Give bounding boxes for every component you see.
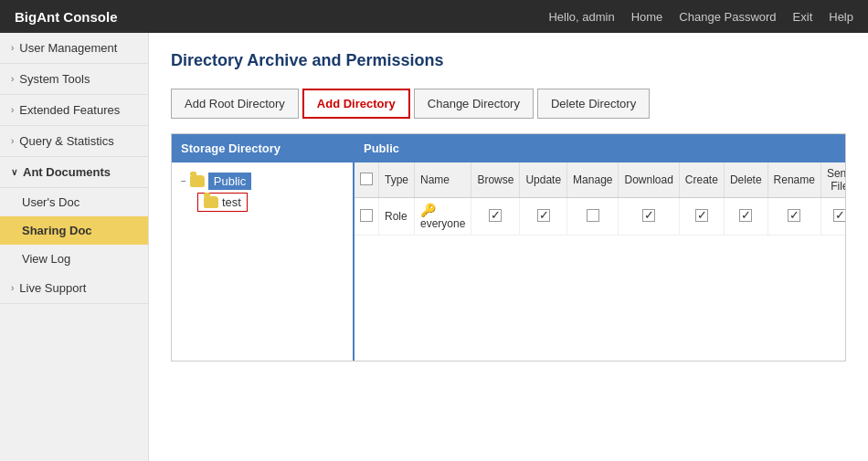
toolbar: Add Root Directory Add Directory Change … <box>171 89 846 119</box>
page-title: Directory Archive and Permissions <box>171 51 846 70</box>
update-checkbox[interactable] <box>537 209 550 222</box>
chevron-icon: › <box>11 283 14 293</box>
sidebar-item-live-support[interactable]: › Live Support <box>0 273 148 304</box>
sidebar-label-sharing-doc: Sharing Doc <box>22 224 92 237</box>
create-checkbox[interactable] <box>695 209 708 222</box>
sidebar: › User Management › System Tools › Exten… <box>0 33 149 461</box>
sidebar-subitem-sharing-doc[interactable]: Sharing Doc <box>0 216 148 245</box>
tree-root-item[interactable]: − Public <box>179 170 345 193</box>
key-icon: 🔑 <box>420 203 436 217</box>
chevron-icon: › <box>11 136 14 146</box>
permissions-panel: Public Type Name Browse Update Manage Do… <box>355 134 845 361</box>
col-rename-header: Rename <box>767 162 820 198</box>
col-select-all <box>355 162 379 198</box>
sidebar-label-system-tools: System Tools <box>19 72 90 86</box>
nav-change-password[interactable]: Change Password <box>679 10 776 24</box>
sidebar-label-user-management: User Management <box>19 41 117 55</box>
send-file-checkbox[interactable] <box>833 209 845 222</box>
hello-text: Hello, admin <box>548 10 614 24</box>
sidebar-subitem-users-doc[interactable]: User's Doc <box>0 188 148 216</box>
row-update-cell <box>520 198 567 236</box>
storage-panel: Storage Directory − Public test <box>172 134 355 361</box>
select-all-checkbox[interactable] <box>360 173 373 185</box>
nav-home[interactable]: Home <box>631 10 663 24</box>
table-row: Role 🔑 everyone <box>355 198 845 236</box>
add-directory-button[interactable]: Add Directory <box>302 89 410 119</box>
sidebar-label-ant-documents: Ant Documents <box>23 165 111 179</box>
row-browse-cell <box>471 198 520 236</box>
storage-panel-header: Storage Directory <box>172 134 353 162</box>
sidebar-subitem-view-log[interactable]: View Log <box>0 245 148 273</box>
sidebar-item-extended-features[interactable]: › Extended Features <box>0 95 148 126</box>
change-directory-button[interactable]: Change Directory <box>414 89 534 119</box>
col-type-header: Type <box>379 162 415 198</box>
col-update-header: Update <box>520 162 567 198</box>
delete-checkbox[interactable] <box>739 209 752 222</box>
folder-icon <box>204 196 218 208</box>
row-checkbox[interactable] <box>360 209 373 222</box>
row-name-label: everyone <box>420 217 465 230</box>
sidebar-item-user-management[interactable]: › User Management <box>0 33 148 64</box>
row-download-cell <box>619 198 679 236</box>
tree-child-test[interactable]: test <box>197 193 248 212</box>
sidebar-label-query-statistics: Query & Statistics <box>19 134 113 148</box>
sidebar-label-view-log: View Log <box>22 252 70 266</box>
main-content: Directory Archive and Permissions Add Ro… <box>149 33 868 461</box>
col-name-header: Name <box>415 162 471 198</box>
row-type-cell: Role <box>379 198 415 236</box>
browse-checkbox[interactable] <box>489 209 502 222</box>
tree-child-label: test <box>222 195 241 209</box>
col-create-header: Create <box>679 162 724 198</box>
chevron-icon: ∨ <box>11 167 17 177</box>
col-delete-header: Delete <box>724 162 767 198</box>
storage-tree: − Public test <box>172 162 353 219</box>
chevron-icon: › <box>11 105 14 115</box>
top-bar: BigAnt Console Hello, admin Home Change … <box>0 0 868 33</box>
rename-checkbox[interactable] <box>788 209 800 222</box>
sidebar-item-system-tools[interactable]: › System Tools <box>0 64 148 95</box>
sidebar-label-users-doc: User's Doc <box>22 195 79 209</box>
table-header-row: Type Name Browse Update Manage Download … <box>355 162 845 198</box>
table-area: Storage Directory − Public test Public <box>171 133 846 361</box>
row-delete-cell <box>724 198 767 236</box>
row-name-cell: 🔑 everyone <box>415 198 471 236</box>
sidebar-label-extended-features: Extended Features <box>19 103 120 117</box>
chevron-icon: › <box>11 43 14 53</box>
row-create-cell <box>679 198 724 236</box>
expand-icon: − <box>181 176 186 186</box>
top-nav: Home Change Password Exit Help <box>631 10 853 24</box>
chevron-icon: › <box>11 74 14 84</box>
col-browse-header: Browse <box>471 162 520 198</box>
manage-checkbox[interactable] <box>587 209 599 222</box>
nav-help[interactable]: Help <box>829 10 853 24</box>
folder-icon <box>190 175 205 187</box>
permissions-table: Type Name Browse Update Manage Download … <box>355 162 845 236</box>
row-send-file-cell <box>820 198 845 236</box>
sidebar-item-query-statistics[interactable]: › Query & Statistics <box>0 126 148 157</box>
permissions-panel-header: Public <box>355 134 845 162</box>
sidebar-item-ant-documents[interactable]: ∨ Ant Documents <box>0 157 148 188</box>
col-manage-header: Manage <box>567 162 619 198</box>
download-checkbox[interactable] <box>642 209 655 222</box>
tree-root-label[interactable]: Public <box>208 173 251 190</box>
add-root-directory-button[interactable]: Add Root Directory <box>171 89 299 119</box>
col-send-file-header: SendFile <box>820 162 845 198</box>
sidebar-label-live-support: Live Support <box>19 281 86 295</box>
app-title: BigAnt Console <box>15 9 118 25</box>
col-download-header: Download <box>619 162 679 198</box>
row-manage-cell <box>567 198 619 236</box>
row-checkbox-cell <box>355 198 379 236</box>
layout: › User Management › System Tools › Exten… <box>0 33 868 461</box>
nav-exit[interactable]: Exit <box>793 10 813 24</box>
row-rename-cell <box>767 198 820 236</box>
delete-directory-button[interactable]: Delete Directory <box>537 89 650 119</box>
